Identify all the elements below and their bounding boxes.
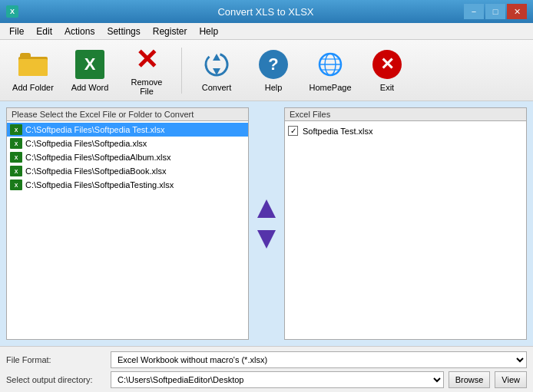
remove-file-button[interactable]: ✕ Remove File	[120, 44, 174, 97]
file-list-item[interactable]: XC:\Softpedia Files\Softpedia.xlsx	[7, 137, 248, 150]
excel-file-name: Softpedia Test.xlsx	[303, 127, 373, 136]
main-content: Please Select the Excel File or Folder t…	[0, 101, 533, 346]
window-title: Convert XLS to XLSX	[68, 6, 464, 18]
menu-register[interactable]: Register	[147, 25, 194, 38]
file-list-item[interactable]: XC:\Softpedia Files\Softpedia Test.xlsx	[7, 123, 248, 137]
file-name: C:\Softpedia Files\SoftpediaTesting.xlsx	[25, 180, 174, 189]
file-name: C:\Softpedia Files\SoftpediaAlbum.xlsx	[25, 153, 171, 162]
up-arrow-icon	[257, 199, 276, 218]
xls-icon: X	[10, 166, 22, 176]
xls-icon: X	[10, 138, 22, 149]
file-format-row: File Format: Excel Workbook without macr…	[6, 351, 527, 368]
browse-button[interactable]: Browse	[449, 371, 491, 388]
file-list-item[interactable]: XC:\Softpedia Files\SoftpediaTesting.xls…	[7, 178, 248, 192]
convert-button[interactable]: Convert	[190, 44, 243, 97]
menu-edit[interactable]: Edit	[30, 25, 58, 38]
help-icon: ?	[258, 49, 289, 80]
menu-settings[interactable]: Settings	[101, 25, 146, 38]
xls-icon: X	[10, 124, 22, 135]
file-list-item[interactable]: XC:\Softpedia Files\SoftpediaAlbum.xlsx	[7, 150, 248, 164]
move-up-button[interactable]	[257, 197, 276, 220]
file-list-item[interactable]: XC:\Softpedia Files\SoftpediaBook.xlsx	[7, 164, 248, 178]
menu-actions[interactable]: Actions	[58, 25, 101, 38]
svg-marker-1	[213, 54, 220, 61]
close-button[interactable]: ✕	[507, 4, 527, 19]
title-bar: X Convert XLS to XLSX − □ ✕	[0, 0, 533, 23]
file-format-select[interactable]: Excel Workbook without macro's (*.xlsx)	[111, 351, 527, 368]
menu-bar: File Edit Actions Settings Register Help	[0, 23, 533, 40]
file-name: C:\Softpedia Files\SoftpediaBook.xlsx	[25, 166, 166, 176]
remove-file-icon: ✕	[131, 45, 162, 74]
down-arrow-icon	[257, 230, 276, 249]
output-dir-select[interactable]: C:\Users\SoftpediaEditor\Desktop	[111, 371, 444, 388]
excel-list-item[interactable]: Softpedia Test.xlsx	[288, 124, 523, 137]
homepage-button[interactable]: HomePage	[303, 44, 357, 97]
window-controls: − □ ✕	[464, 4, 527, 19]
add-folder-button[interactable]: Add Folder	[6, 44, 60, 97]
toolbar: Add Folder X Add Word ✕ Remove File Conv…	[0, 40, 533, 101]
homepage-icon	[315, 49, 346, 80]
file-format-label: File Format:	[6, 355, 106, 364]
right-panel-header: Excel Files	[284, 107, 527, 120]
app-icon: X	[6, 5, 18, 18]
folder-icon	[18, 49, 48, 80]
left-panel-header: Please Select the Excel File or Folder t…	[6, 107, 249, 120]
move-down-button[interactable]	[257, 228, 276, 251]
bottom-bar: File Format: Excel Workbook without macr…	[0, 346, 533, 392]
xls-icon: X	[10, 152, 22, 163]
add-word-icon: X	[74, 49, 105, 80]
add-folder-label: Add Folder	[12, 83, 54, 92]
add-word-button[interactable]: X Add Word	[63, 44, 117, 97]
left-panel: Please Select the Excel File or Folder t…	[6, 107, 249, 340]
homepage-label: HomePage	[309, 83, 351, 92]
exit-icon: ✕	[372, 49, 402, 80]
minimize-button[interactable]: −	[464, 4, 484, 19]
xls-icon: X	[10, 180, 22, 190]
output-dir-label: Select output directory:	[6, 375, 106, 384]
menu-help[interactable]: Help	[193, 25, 224, 38]
help-label: Help	[265, 83, 283, 92]
add-word-label: Add Word	[71, 83, 109, 92]
remove-file-label: Remove File	[124, 77, 170, 96]
file-name: C:\Softpedia Files\Softpedia Test.xlsx	[25, 125, 164, 134]
help-button[interactable]: ? Help	[247, 44, 300, 97]
view-button[interactable]: View	[495, 371, 527, 388]
arrow-panel	[255, 107, 278, 340]
file-checkbox[interactable]	[288, 126, 298, 136]
right-panel: Excel Files Softpedia Test.xlsx	[284, 107, 527, 340]
excel-list[interactable]: Softpedia Test.xlsx	[284, 120, 527, 340]
file-name: C:\Softpedia Files\Softpedia.xlsx	[25, 139, 147, 148]
convert-label: Convert	[202, 83, 232, 92]
file-list[interactable]: XC:\Softpedia Files\Softpedia Test.xlsxX…	[6, 120, 249, 340]
exit-button[interactable]: ✕ Exit	[360, 44, 414, 97]
convert-icon	[201, 49, 232, 80]
maximize-button[interactable]: □	[485, 4, 505, 19]
menu-file[interactable]: File	[3, 25, 30, 38]
exit-label: Exit	[380, 83, 394, 92]
toolbar-divider-1	[181, 48, 182, 94]
output-dir-row: Select output directory: C:\Users\Softpe…	[6, 371, 527, 388]
